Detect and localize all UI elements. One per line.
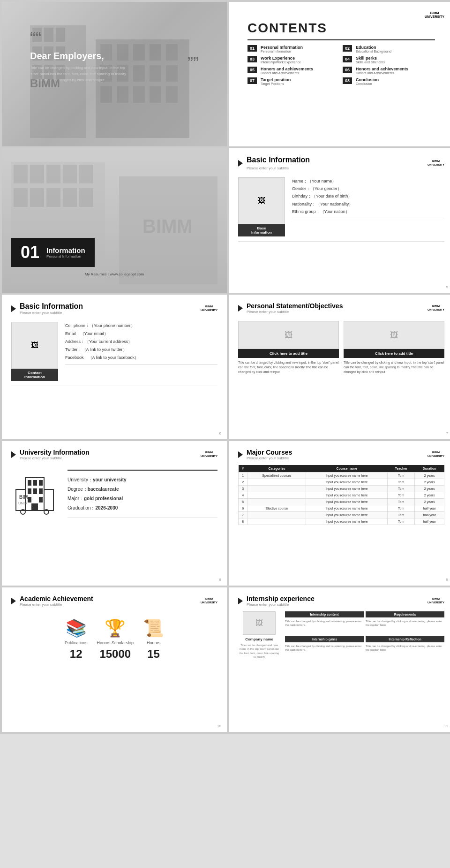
svg-text:BIM: BIM <box>19 495 28 500</box>
table-cell: 6 <box>239 505 248 512</box>
basic-info-subtitle: Please enter your subtitle <box>247 166 310 170</box>
content-subtitle: Skills and Strengths <box>356 61 385 64</box>
achievement-item: 📜 Honors 15 <box>143 618 164 661</box>
table-cell: Input you rcourse name here <box>306 512 388 518</box>
bimm-logo-small: BIMMUNIVERSITY <box>428 305 444 311</box>
achievement-label: Publications <box>65 640 88 645</box>
content-title: Education <box>356 45 391 50</box>
bimm-logo-small: BIMMUNIVERSITY <box>428 597 444 604</box>
section-arrow-icon <box>11 305 16 312</box>
section-arrow-icon <box>238 305 243 312</box>
svg-rect-40 <box>16 489 25 510</box>
table-cell: 3 <box>239 486 248 492</box>
company-photo: 🖼 <box>243 611 276 635</box>
table-cell: Tom <box>388 479 415 486</box>
table-cell: Input you rcourse name here <box>306 472 388 479</box>
contact-field: Cell phone：（Your phone number） <box>65 322 218 330</box>
contact-field: Address：（Your current address） <box>65 338 218 346</box>
bimm-logo: BIMMUNIVERSITY <box>425 11 444 19</box>
table-header: # <box>239 465 248 472</box>
table-cell: 2 years <box>415 472 444 479</box>
slide-academic-achievement: Academic Achievement Please enter your s… <box>2 587 227 732</box>
table-row: 6Elective courseInput you rcourse name h… <box>239 505 444 512</box>
table-cell: Input you rcourse name here <box>306 479 388 486</box>
statement-card-title-1: Click here to add title <box>238 349 339 358</box>
table-row: 4Input you rcourse name hereTom2 years <box>239 492 444 499</box>
table-cell: 8 <box>239 518 248 525</box>
table-cell: Input you rcourse name here <box>306 505 388 512</box>
internship-card-title: Internship content <box>285 611 364 617</box>
contents-title: CONTENTS <box>248 21 435 36</box>
content-title: Personal Information <box>261 45 303 50</box>
achievement-item: 📚 Publications 12 <box>65 618 88 661</box>
content-subtitle: Conclusion <box>356 82 379 85</box>
quote-open-icon: ““ <box>30 30 199 47</box>
slide-internship: Internship experience Please enter your … <box>229 587 450 732</box>
table-cell: Input you rcourse name here <box>306 492 388 499</box>
slide-info-cover: BIMM 01 Information Personal Information… <box>2 148 227 293</box>
svg-rect-28 <box>30 165 44 183</box>
uni-field: University：your university <box>68 475 218 485</box>
statement-card-body-2: Title can be changed by clicking and new… <box>344 358 444 376</box>
page-number: 9 <box>446 578 448 582</box>
svg-rect-46 <box>33 488 37 494</box>
svg-rect-29 <box>46 165 60 183</box>
table-row: 2Input you rcourse name hereTom2 years <box>239 479 444 486</box>
internship-card-body: Title can be changed by clicking and re-… <box>366 642 444 654</box>
internship-card-title: Internship gains <box>285 636 364 642</box>
cover-title: Dear Employers, <box>30 51 199 61</box>
contact-label: ContactInformation <box>11 369 58 381</box>
svg-rect-47 <box>39 488 43 494</box>
page-number: 7 <box>446 431 448 435</box>
table-cell: Tom <box>388 512 415 518</box>
svg-rect-30 <box>63 165 77 183</box>
image-icon: 🖼 <box>258 197 265 205</box>
achievement-item: 🏆 Honors Scholarship 15000 <box>97 618 134 661</box>
internship-grid: Internship content Title can be changed … <box>285 611 444 659</box>
info-field: Gender：（Your gender） <box>292 185 444 192</box>
internship-card-body: Title can be changed by clicking and re-… <box>285 642 364 654</box>
content-number: 06 <box>343 67 352 73</box>
content-item: 07 Target position Target Positions <box>248 77 340 85</box>
content-subtitle: Honors and Achievements <box>356 71 408 75</box>
achievement-number: 12 <box>70 647 82 661</box>
statement-photo-1: 🖼 <box>238 321 339 349</box>
website-text: My Resumes | www.collegeppt.com <box>85 272 144 276</box>
uni-subtitle: Please enter your subtitle <box>20 456 90 460</box>
table-cell <box>248 479 306 486</box>
contact-fields: Cell phone：（Your phone number）Email：（You… <box>65 322 218 381</box>
table-cell: Tom <box>388 505 415 512</box>
slide-contact-info: Basic Information Please enter your subt… <box>2 295 227 439</box>
statement-card-2: 🖼 Click here to add title Title can be c… <box>344 321 444 376</box>
slide-personal-statement: Personal Statement/Objectives Please ent… <box>229 295 450 439</box>
quote-close-icon: ”” <box>188 54 199 74</box>
section-arrow-icon <box>11 451 16 458</box>
content-subtitle: Educational Background <box>356 50 391 53</box>
svg-rect-27 <box>14 165 28 183</box>
contact-field: Twitter：（A link to your twitter） <box>65 346 218 354</box>
content-title: Work Experience <box>261 56 301 61</box>
table-cell <box>248 486 306 492</box>
content-number: 04 <box>343 56 352 62</box>
bimm-logo-small: BIMMUNIVERSITY <box>201 451 218 457</box>
achievement-subtitle: Please enter your subtitle <box>20 602 93 607</box>
content-item: 03 Work Experience Internship/Work Exper… <box>248 56 340 64</box>
table-header: Teacher <box>388 465 415 472</box>
photo-box: 🖼 BaseInformation <box>238 177 285 236</box>
content-number: 05 <box>248 67 257 73</box>
table-cell <box>248 492 306 499</box>
svg-rect-42 <box>28 480 31 486</box>
table-row: 7Input you rcourse name hereTomhalf-year <box>239 512 444 518</box>
svg-rect-31 <box>79 165 93 183</box>
contact-info-title: Basic Information <box>20 302 83 311</box>
uni-title: University Information <box>20 449 90 456</box>
contents-grid: 01 Personal Information Personal Informa… <box>248 45 435 85</box>
internship-card: Internship content Title can be changed … <box>285 611 364 634</box>
page-number: 8 <box>219 578 221 582</box>
content-item: 01 Personal Information Personal Informa… <box>248 45 340 53</box>
section-arrow-icon <box>238 598 243 604</box>
table-row: 5Input you rcourse name hereTom2 years <box>239 499 444 505</box>
internship-card: Internship Reflection Title can be chang… <box>366 636 444 659</box>
table-header: Categories <box>248 465 306 472</box>
table-cell: half-year <box>415 518 444 525</box>
